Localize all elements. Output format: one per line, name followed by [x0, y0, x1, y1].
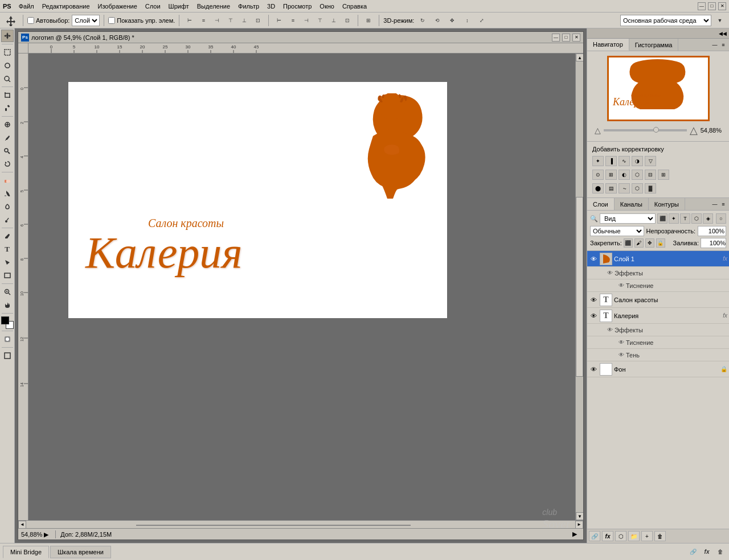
- zoom-out-mountain-icon[interactable]: △: [595, 126, 601, 135]
- menu-image[interactable]: Изображение: [95, 2, 141, 11]
- menu-filter[interactable]: Фильтр: [235, 2, 263, 11]
- dist-top-icon[interactable]: ⊤: [314, 15, 326, 26]
- color-lookup-icon[interactable]: ⊞: [658, 170, 669, 180]
- healing-brush-tool[interactable]: [1, 118, 14, 131]
- scroll-thumb-v[interactable]: [576, 197, 583, 377]
- menu-window[interactable]: Окно: [316, 2, 338, 11]
- text-tool[interactable]: T: [1, 243, 14, 256]
- layer-sub-effects1[interactable]: 👁 Эффекты: [587, 267, 729, 279]
- color-picker[interactable]: [1, 316, 14, 329]
- lock-all-icon[interactable]: 🔒: [656, 238, 665, 248]
- eraser-tool[interactable]: [1, 174, 14, 187]
- layer-item-bg[interactable]: 👁 Фон 🔒: [587, 361, 729, 377]
- dist-center-v-icon[interactable]: ⊥: [327, 15, 340, 26]
- scroll-up-button[interactable]: ▲: [576, 53, 583, 61]
- tab-channels[interactable]: Каналы: [615, 198, 649, 210]
- workspace-select[interactable]: Основная рабочая среда: [620, 15, 711, 26]
- workspace-icon[interactable]: ▼: [714, 15, 726, 26]
- blur-tool[interactable]: [1, 200, 14, 213]
- filter-pixel-icon[interactable]: ⬛: [657, 213, 667, 224]
- zoom-slider-thumb[interactable]: [653, 127, 659, 133]
- pen-tool[interactable]: [1, 230, 14, 242]
- scroll-track-v[interactable]: [576, 61, 583, 512]
- align-center-h-icon[interactable]: ≡: [197, 15, 210, 26]
- zoom-tool[interactable]: [1, 286, 14, 298]
- dodge-tool[interactable]: [1, 213, 14, 226]
- 3d-rotate-icon[interactable]: ↻: [416, 15, 429, 26]
- quick-mask-tool[interactable]: [1, 333, 14, 345]
- menu-3d[interactable]: 3D: [264, 2, 279, 11]
- move-tool[interactable]: [1, 30, 14, 42]
- nav-preview-box[interactable]: Калерия Салон красоты: [607, 56, 710, 121]
- nav-minimize-icon[interactable]: —: [711, 42, 718, 48]
- layer-sub-effects-kaleria[interactable]: 👁 Эффекты: [587, 324, 729, 336]
- menu-help[interactable]: Справка: [339, 2, 370, 11]
- rectangle-shape-tool[interactable]: [1, 269, 14, 282]
- panel-collapse-icon[interactable]: ◀◀: [719, 31, 727, 36]
- screen-mode-tool[interactable]: [1, 349, 14, 362]
- 3d-pan-icon[interactable]: ✥: [446, 15, 458, 26]
- new-group-button[interactable]: 📁: [628, 531, 640, 541]
- scroll-left-button[interactable]: ◄: [18, 521, 26, 529]
- bottom-link-icon[interactable]: 🔗: [687, 546, 699, 558]
- dist-center-h-icon[interactable]: ≡: [286, 15, 299, 26]
- eyedropper-tool[interactable]: [1, 102, 14, 114]
- minimize-app-button[interactable]: —: [698, 2, 706, 10]
- paint-bucket-tool[interactable]: [1, 187, 14, 200]
- filter-smart-icon[interactable]: ◈: [703, 213, 713, 224]
- tab-timeline[interactable]: Шкала времени: [50, 546, 111, 558]
- layer-visibility-layer1[interactable]: 👁: [589, 254, 598, 263]
- lasso-tool[interactable]: [1, 59, 14, 72]
- layers-minimize-icon[interactable]: —: [711, 201, 718, 208]
- scroll-thumb-h[interactable]: [136, 525, 411, 526]
- levels-icon[interactable]: ▐: [605, 156, 617, 166]
- link-layers-button[interactable]: 🔗: [589, 531, 600, 541]
- zoom-in-mountain-icon[interactable]: △: [690, 124, 698, 137]
- layers-menu-icon[interactable]: ≡: [720, 201, 727, 208]
- crop-tool[interactable]: [1, 89, 14, 101]
- align-bottom-icon[interactable]: ⊡: [252, 15, 264, 26]
- layer-visibility-bg[interactable]: 👁: [589, 365, 598, 374]
- bottom-fx-icon[interactable]: fx: [701, 546, 712, 558]
- auto-align-icon[interactable]: ⊞: [362, 15, 375, 26]
- threshold-icon[interactable]: ⏦: [619, 183, 630, 193]
- 3d-scale-icon[interactable]: ⤢: [476, 15, 488, 26]
- clone-stamp-tool[interactable]: [1, 145, 14, 157]
- opacity-input[interactable]: [698, 226, 726, 236]
- layers-list[interactable]: 👁 Слой 1 fx 👁 Эффекты 👁 Тисне: [587, 251, 729, 529]
- foreground-color[interactable]: [1, 316, 9, 324]
- filter-shape-icon[interactable]: ⬡: [691, 213, 702, 224]
- channel-mixer-icon[interactable]: ⊟: [645, 170, 656, 180]
- gradient-map-icon[interactable]: ▓: [645, 183, 656, 193]
- scroll-down-button[interactable]: ▼: [576, 512, 583, 520]
- logo-canvas[interactable]: Салон красоты Калерия: [68, 82, 447, 318]
- dist-bottom-icon[interactable]: ⊡: [341, 15, 354, 26]
- add-layer-mask-button[interactable]: ⬡: [615, 531, 626, 541]
- scroll-right-button[interactable]: ►: [575, 521, 583, 529]
- hue-sat-icon[interactable]: ⊙: [592, 170, 604, 180]
- layer-select[interactable]: Слой: [72, 15, 100, 26]
- align-top-icon[interactable]: ⊤: [224, 15, 237, 26]
- close-doc-button[interactable]: ✕: [572, 34, 580, 42]
- filter-toggle-icon[interactable]: ○: [716, 213, 726, 224]
- blend-mode-select[interactable]: Обычные: [590, 226, 644, 236]
- 3d-slide-icon[interactable]: ↕: [461, 15, 473, 26]
- close-app-button[interactable]: ✕: [718, 2, 726, 10]
- filter-text-icon[interactable]: T: [680, 213, 690, 224]
- layers-kind-filter[interactable]: Вид: [600, 213, 656, 224]
- invert-icon[interactable]: ⬤: [592, 183, 604, 193]
- lock-paint-icon[interactable]: 🖌: [634, 238, 644, 248]
- scrollbar-horizontal[interactable]: ◄ ►: [18, 520, 583, 528]
- menu-select[interactable]: Выделение: [194, 2, 234, 11]
- menu-file[interactable]: Файл: [15, 2, 38, 11]
- move-tool-icon[interactable]: [3, 15, 19, 26]
- zoom-slider[interactable]: [604, 129, 687, 131]
- autochooser-checkbox[interactable]: [27, 17, 34, 24]
- 3d-roll-icon[interactable]: ⟲: [431, 15, 444, 26]
- lock-position-icon[interactable]: ✥: [645, 238, 654, 248]
- lock-transparent-icon[interactable]: ⬛: [624, 238, 633, 248]
- brush-tool[interactable]: [1, 131, 14, 144]
- layer-visibility-salon[interactable]: 👁: [589, 295, 598, 304]
- layer-visibility-kaleria[interactable]: 👁: [589, 311, 598, 320]
- quick-select-tool[interactable]: [1, 72, 14, 85]
